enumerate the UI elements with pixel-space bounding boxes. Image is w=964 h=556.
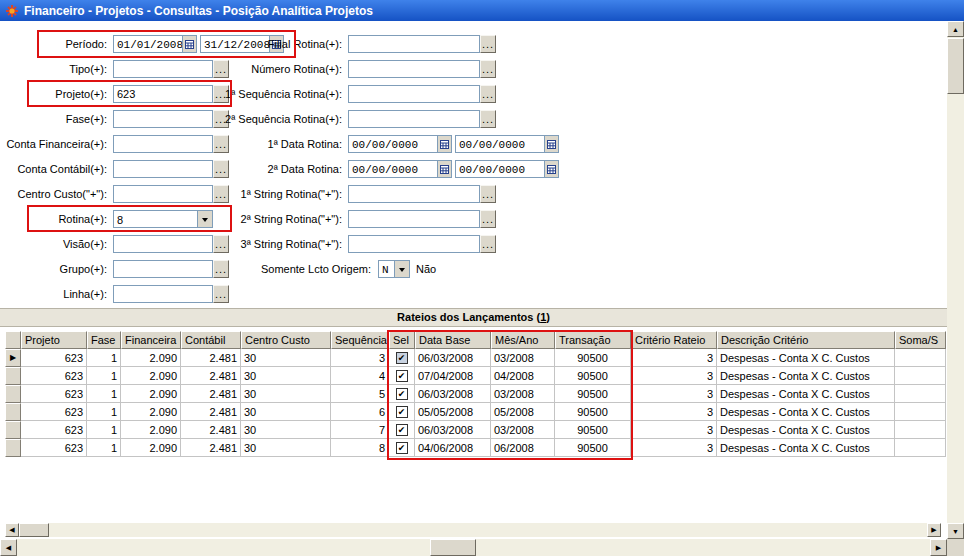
sel-checkbox[interactable]: ✔ (396, 424, 408, 436)
cell-criterio-rateio[interactable]: 3 (631, 403, 717, 421)
cell-projeto[interactable]: 623 (21, 439, 87, 457)
cell-fase[interactable]: 1 (87, 403, 121, 421)
sel-checkbox[interactable]: ✔ (396, 388, 408, 400)
filial-rotina-input[interactable] (348, 35, 480, 53)
grid-scroll-left-button[interactable]: ◀ (5, 523, 19, 537)
cell-sequencia[interactable]: 6 (331, 403, 389, 421)
sel-checkbox[interactable]: ✔ (396, 442, 408, 454)
grid-scroll-right-button[interactable]: ▶ (927, 523, 941, 537)
string2-rotina-lookup-button[interactable]: ... (480, 210, 496, 228)
row-selector[interactable]: ▶ (5, 349, 21, 367)
horizontal-scroll-thumb[interactable] (430, 539, 476, 556)
cell-data-base[interactable]: 06/03/2008 (415, 349, 491, 367)
cell-centro-custo[interactable]: 30 (241, 385, 331, 403)
cell-transacao[interactable]: 90500 (555, 367, 631, 385)
cell-sequencia[interactable]: 8 (331, 439, 389, 457)
data1-rotina-calendar-icon[interactable] (544, 136, 558, 152)
sequencia2-rotina-input[interactable] (348, 110, 480, 128)
column-header-financeira[interactable]: Financeira (121, 331, 181, 349)
cell-fase[interactable]: 1 (87, 439, 121, 457)
cell-data-base[interactable]: 04/06/2008 (415, 439, 491, 457)
cell-sequencia[interactable]: 4 (331, 367, 389, 385)
cell-projeto[interactable]: 623 (21, 367, 87, 385)
vertical-scroll-thumb[interactable] (947, 38, 964, 94)
cell-descricao-criterio[interactable]: Despesas - Conta X C. Custos (717, 385, 895, 403)
cell-data-base[interactable]: 06/03/2008 (415, 421, 491, 439)
cell-data-base[interactable]: 05/05/2008 (415, 403, 491, 421)
cell-centro-custo[interactable]: 30 (241, 439, 331, 457)
cell-centro-custo[interactable]: 30 (241, 367, 331, 385)
cell-contabil[interactable]: 2.481 (181, 385, 241, 403)
column-header-mes-ano[interactable]: Mês/Ano (491, 331, 555, 349)
column-header-transacao[interactable]: Transação (555, 331, 631, 349)
cell-financeira[interactable]: 2.090 (121, 439, 181, 457)
scroll-down-button[interactable]: ▼ (947, 523, 964, 539)
cell-fase[interactable]: 1 (87, 385, 121, 403)
cell-sequencia[interactable]: 7 (331, 421, 389, 439)
cell-mes-ano[interactable]: 03/2008 (491, 349, 555, 367)
cell-financeira[interactable]: 2.090 (121, 403, 181, 421)
scroll-left-button[interactable]: ◀ (0, 539, 17, 556)
column-header-criterio-rateio[interactable]: Critério Rateio (631, 331, 717, 349)
title-bar[interactable]: Financeiro - Projetos - Consultas - Posi… (0, 0, 964, 21)
vertical-scrollbar[interactable]: ▲ ▼ (947, 21, 964, 539)
cell-mes-ano[interactable]: 06/2008 (491, 439, 555, 457)
cell-sel[interactable]: ✔ (389, 439, 415, 457)
cell-centro-custo[interactable]: 30 (241, 421, 331, 439)
cell-data-base[interactable]: 07/04/2008 (415, 367, 491, 385)
column-header-sequencia[interactable]: Sequência (331, 331, 389, 349)
numero-rotina-lookup-button[interactable]: ... (480, 60, 496, 78)
column-header-contabil[interactable]: Contábil (181, 331, 241, 349)
scroll-right-button[interactable]: ▶ (930, 539, 947, 556)
cell-soma-s[interactable] (895, 367, 946, 385)
cell-transacao[interactable]: 90500 (555, 439, 631, 457)
cell-financeira[interactable]: 2.090 (121, 349, 181, 367)
string1-rotina-input[interactable] (348, 185, 480, 203)
data1-rotina-calendar-icon[interactable] (437, 136, 451, 152)
cell-projeto[interactable]: 623 (21, 349, 87, 367)
row-selector[interactable] (5, 367, 21, 385)
horizontal-scrollbar[interactable]: ◀ ▶ (0, 539, 947, 556)
row-selector[interactable] (5, 385, 21, 403)
cell-centro-custo[interactable]: 30 (241, 403, 331, 421)
sel-checkbox[interactable]: ✔ (396, 406, 408, 418)
cell-sel[interactable]: ✔ (389, 385, 415, 403)
cell-centro-custo[interactable]: 30 (241, 349, 331, 367)
cell-financeira[interactable]: 2.090 (121, 421, 181, 439)
cell-criterio-rateio[interactable]: 3 (631, 385, 717, 403)
cell-transacao[interactable]: 90500 (555, 403, 631, 421)
cell-financeira[interactable]: 2.090 (121, 385, 181, 403)
cell-soma-s[interactable] (895, 421, 946, 439)
filial-rotina-lookup-button[interactable]: ... (480, 35, 496, 53)
row-selector[interactable] (5, 403, 21, 421)
column-header-soma-s[interactable]: Soma/S (895, 331, 946, 349)
column-header-fase[interactable]: Fase (87, 331, 121, 349)
cell-mes-ano[interactable]: 03/2008 (491, 385, 555, 403)
cell-criterio-rateio[interactable]: 3 (631, 367, 717, 385)
cell-transacao[interactable]: 90500 (555, 385, 631, 403)
sel-checkbox[interactable]: ✔ (396, 370, 408, 382)
cell-projeto[interactable]: 623 (21, 403, 87, 421)
cell-sequencia[interactable]: 3 (331, 349, 389, 367)
cell-sel[interactable]: ✔ (389, 403, 415, 421)
cell-contabil[interactable]: 2.481 (181, 403, 241, 421)
cell-criterio-rateio[interactable]: 3 (631, 421, 717, 439)
app-icon[interactable] (5, 4, 19, 18)
cell-fase[interactable]: 1 (87, 421, 121, 439)
cell-sel[interactable]: ✔ (389, 421, 415, 439)
row-selector[interactable] (5, 439, 21, 457)
data2-rotina-to-input[interactable]: 00/00/0000 (455, 160, 559, 178)
sequencia1-rotina-input[interactable] (348, 85, 480, 103)
cell-mes-ano[interactable]: 05/2008 (491, 403, 555, 421)
column-header-projeto[interactable]: Projeto (21, 331, 87, 349)
linha-lookup-button[interactable]: ... (213, 285, 229, 303)
cell-soma-s[interactable] (895, 403, 946, 421)
data2-rotina-from-input[interactable]: 00/00/0000 (348, 160, 452, 178)
sequencia1-rotina-lookup-button[interactable]: ... (480, 85, 496, 103)
cell-soma-s[interactable] (895, 439, 946, 457)
cell-sel[interactable]: ✔ (389, 367, 415, 385)
cell-contabil[interactable]: 2.481 (181, 349, 241, 367)
cell-fase[interactable]: 1 (87, 367, 121, 385)
grid-horizontal-scroll-thumb[interactable] (19, 523, 49, 537)
cell-data-base[interactable]: 06/03/2008 (415, 385, 491, 403)
